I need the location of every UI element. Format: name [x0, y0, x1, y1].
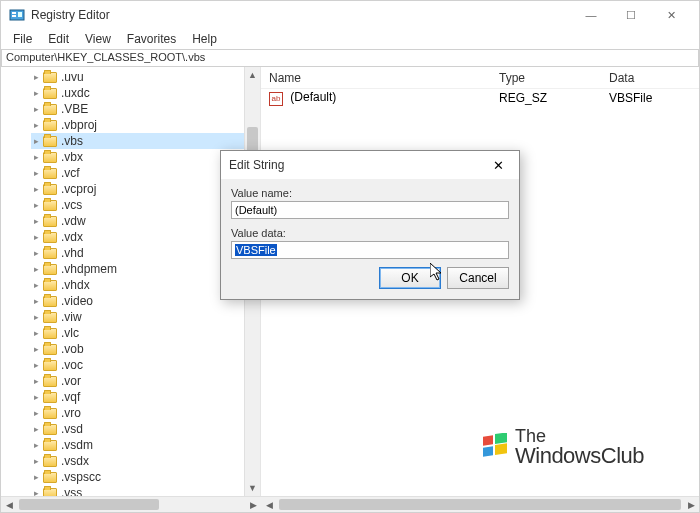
svg-rect-5 [495, 433, 507, 444]
cancel-button[interactable]: Cancel [447, 267, 509, 289]
ok-button[interactable]: OK [379, 267, 441, 289]
folder-icon [43, 88, 57, 99]
expander-icon[interactable]: ▸ [31, 229, 41, 245]
value-name-input[interactable]: (Default) [231, 201, 509, 219]
tree-item[interactable]: ▸.vhd [31, 245, 244, 261]
expander-icon[interactable]: ▸ [31, 149, 41, 165]
scroll-right-icon[interactable]: ▶ [683, 497, 699, 513]
titlebar[interactable]: Registry Editor — ☐ ✕ [1, 1, 699, 29]
scroll-up-icon[interactable]: ▲ [245, 67, 260, 83]
expander-icon[interactable]: ▸ [31, 469, 41, 485]
tree-item[interactable]: ▸.vdx [31, 229, 244, 245]
folder-icon [43, 408, 57, 419]
expander-icon[interactable]: ▸ [31, 101, 41, 117]
tree-item[interactable]: ▸.video [31, 293, 244, 309]
menu-view[interactable]: View [77, 30, 119, 48]
tree-item[interactable]: ▸.vcf [31, 165, 244, 181]
tree-item-label: .vcproj [61, 181, 96, 197]
list-scrollbar-horizontal[interactable]: ◀ ▶ [261, 496, 699, 512]
list-row[interactable]: ab (Default) REG_SZ VBSFile [261, 89, 699, 107]
column-name[interactable]: Name [261, 71, 491, 85]
scroll-right-icon[interactable]: ▶ [245, 497, 261, 513]
tree-item[interactable]: ▸.vsdx [31, 453, 244, 469]
close-button[interactable]: ✕ [651, 1, 691, 29]
tree-item[interactable]: ▸.vob [31, 341, 244, 357]
tree-item[interactable]: ▸.vsdm [31, 437, 244, 453]
expander-icon[interactable]: ▸ [31, 197, 41, 213]
tree-item[interactable]: ▸.VBE [31, 101, 244, 117]
svg-rect-7 [495, 443, 507, 455]
expander-icon[interactable]: ▸ [31, 453, 41, 469]
expander-icon[interactable]: ▸ [31, 85, 41, 101]
folder-icon [43, 264, 57, 275]
folder-icon [43, 72, 57, 83]
svg-rect-4 [483, 435, 493, 445]
expander-icon[interactable]: ▸ [31, 325, 41, 341]
minimize-button[interactable]: — [571, 1, 611, 29]
value-data-input[interactable]: VBSFile [231, 241, 509, 259]
tree-item[interactable]: ▸.vcproj [31, 181, 244, 197]
scroll-down-icon[interactable]: ▼ [245, 480, 260, 496]
watermark-line2: WindowsClub [515, 445, 644, 467]
tree-item[interactable]: ▸.vlc [31, 325, 244, 341]
expander-icon[interactable]: ▸ [31, 133, 41, 149]
expander-icon[interactable]: ▸ [31, 309, 41, 325]
tree-list[interactable]: ▸.uvu▸.uxdc▸.VBE▸.vbproj▸.vbs▸.vbx▸.vcf▸… [1, 67, 244, 496]
tree-item[interactable]: ▸.uxdc [31, 85, 244, 101]
expander-icon[interactable]: ▸ [31, 389, 41, 405]
tree-item[interactable]: ▸.vdw [31, 213, 244, 229]
tree-item[interactable]: ▸.vbx [31, 149, 244, 165]
windowsclub-logo-icon [481, 433, 509, 461]
expander-icon[interactable]: ▸ [31, 437, 41, 453]
tree-item[interactable]: ▸.vss [31, 485, 244, 496]
expander-icon[interactable]: ▸ [31, 117, 41, 133]
tree-item[interactable]: ▸.vhdpmem [31, 261, 244, 277]
tree-item[interactable]: ▸.vqf [31, 389, 244, 405]
list-scrollbar-h-thumb[interactable] [279, 499, 681, 510]
expander-icon[interactable]: ▸ [31, 165, 41, 181]
scroll-left-icon[interactable]: ◀ [1, 497, 17, 513]
tree-item[interactable]: ▸.vcs [31, 197, 244, 213]
menu-edit[interactable]: Edit [40, 30, 77, 48]
menu-file[interactable]: File [5, 30, 40, 48]
maximize-button[interactable]: ☐ [611, 1, 651, 29]
expander-icon[interactable]: ▸ [31, 485, 41, 496]
dialog-close-button[interactable]: ✕ [485, 155, 511, 175]
tree-item[interactable]: ▸.vor [31, 373, 244, 389]
tree-item[interactable]: ▸.vsd [31, 421, 244, 437]
tree-scrollbar-h-thumb[interactable] [19, 499, 159, 510]
tree-scrollbar-horizontal[interactable]: ◀ ▶ [1, 496, 261, 512]
expander-icon[interactable]: ▸ [31, 261, 41, 277]
menu-favorites[interactable]: Favorites [119, 30, 184, 48]
expander-icon[interactable]: ▸ [31, 69, 41, 85]
scroll-left-icon[interactable]: ◀ [261, 497, 277, 513]
expander-icon[interactable]: ▸ [31, 245, 41, 261]
menubar: File Edit View Favorites Help [1, 29, 699, 49]
tree-item[interactable]: ▸.viw [31, 309, 244, 325]
expander-icon[interactable]: ▸ [31, 181, 41, 197]
dialog-titlebar[interactable]: Edit String ✕ [221, 151, 519, 179]
expander-icon[interactable]: ▸ [31, 421, 41, 437]
expander-icon[interactable]: ▸ [31, 277, 41, 293]
expander-icon[interactable]: ▸ [31, 293, 41, 309]
edit-string-dialog: Edit String ✕ Value name: (Default) Valu… [220, 150, 520, 300]
tree-item[interactable]: ▸.voc [31, 357, 244, 373]
tree-item[interactable]: ▸.vbproj [31, 117, 244, 133]
column-data[interactable]: Data [601, 71, 699, 85]
expander-icon[interactable]: ▸ [31, 213, 41, 229]
expander-icon[interactable]: ▸ [31, 373, 41, 389]
tree-item[interactable]: ▸.vbs [31, 133, 244, 149]
tree-item[interactable]: ▸.vhdx [31, 277, 244, 293]
column-type[interactable]: Type [491, 71, 601, 85]
expander-icon[interactable]: ▸ [31, 357, 41, 373]
tree-item[interactable]: ▸.vro [31, 405, 244, 421]
expander-icon[interactable]: ▸ [31, 405, 41, 421]
tree-item-label: .vdx [61, 229, 83, 245]
value-name-label: Value name: [231, 187, 509, 199]
menu-help[interactable]: Help [184, 30, 225, 48]
address-bar[interactable]: Computer\HKEY_CLASSES_ROOT\.vbs [1, 49, 699, 67]
tree-item[interactable]: ▸.vspscc [31, 469, 244, 485]
tree-item[interactable]: ▸.uvu [31, 69, 244, 85]
expander-icon[interactable]: ▸ [31, 341, 41, 357]
tree-item-label: .vspscc [61, 469, 101, 485]
